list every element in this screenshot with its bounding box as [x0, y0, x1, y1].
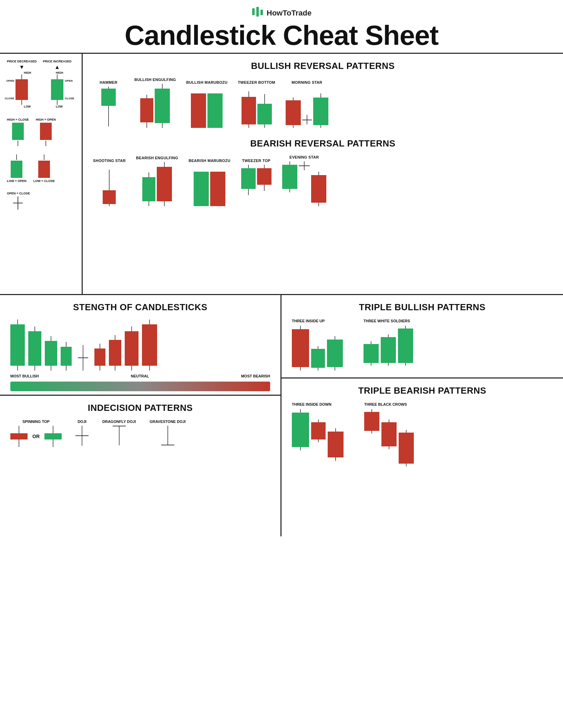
- logo-icon: [252, 6, 264, 20]
- morning-star-candles: [286, 87, 328, 128]
- spinning-top-group: SPINNING TOP OR: [10, 419, 62, 447]
- bearish-marubozu-label: BEARISH MARUBOZU: [188, 159, 231, 163]
- strength-c1: [10, 320, 25, 371]
- three-white-soldiers-group: THREE WHITE SOLDIERS: [364, 319, 413, 366]
- gravestone-label: GRAVESTONE DOJI: [150, 419, 186, 424]
- strength-doji: [78, 345, 88, 371]
- tweezer-bottom-label: TWEEZER BOTTOM: [238, 80, 275, 84]
- bullish-title: BULLISH REVERSAL PATTERNS: [93, 61, 553, 71]
- close-label-red: CLOSE: [5, 97, 14, 100]
- main-title: Candlestick Cheat Sheet: [0, 21, 563, 50]
- strength-section: STENGTH OF CANDLESTICKS: [0, 295, 280, 396]
- price-decreased-label: PRICE DECREASED: [7, 60, 37, 63]
- spinning-top-candles: OR: [10, 426, 62, 447]
- strength-title: STENGTH OF CANDLESTICKS: [10, 302, 270, 313]
- legend-low-row: LOW = OPEN LOW = CLOSE: [7, 154, 75, 183]
- triple-bullish-patterns: THREE INSIDE UP: [292, 319, 553, 371]
- indecision-patterns: SPINNING TOP OR: [10, 419, 270, 447]
- doji-legend: [13, 196, 23, 210]
- morning-star-label: MORNING STAR: [291, 80, 322, 84]
- bullish-engulfing-candles: [140, 84, 170, 128]
- triple-bearish-patterns: THREE INSIDE DOWN: [292, 402, 553, 466]
- bearish-pattern-grid: SHOOTING STAR BEARISH ENGULFING: [93, 155, 553, 206]
- pattern-bearish-marubozu: BEARISH MARUBOZU: [188, 159, 231, 206]
- three-black-crows-label: THREE BLACK CROWS: [364, 402, 407, 406]
- svg-rect-1: [256, 7, 259, 17]
- gravestone-candle: [161, 426, 174, 445]
- gravestone-group: GRAVESTONE DOJI: [150, 419, 186, 445]
- legend-price-decreased: PRICE DECREASED ▼ HIGH OPEN CLOSE LOW: [7, 60, 37, 108]
- legend-low-close: LOW = CLOSE: [33, 154, 55, 183]
- tweezer-top-candles: [241, 165, 272, 206]
- triple-bearish-title: TRIPLE BEARISH PATTERNS: [292, 385, 553, 396]
- three-inside-up-candles: [292, 326, 343, 371]
- low-close-body: [38, 161, 50, 178]
- logo: HowToTrade: [0, 6, 563, 20]
- arrow-down-icon: ▼: [19, 64, 24, 70]
- spinning-top-label: SPINNING TOP: [22, 419, 50, 424]
- three-inside-down-label: THREE INSIDE DOWN: [292, 402, 331, 406]
- close-label-green: CLOSE: [65, 97, 74, 100]
- strength-c5: [94, 344, 105, 371]
- green-body: [51, 79, 63, 100]
- three-inside-up-group: THREE INSIDE UP: [292, 319, 343, 371]
- pattern-hammer: HAMMER: [93, 80, 124, 128]
- strength-c2: [28, 326, 41, 371]
- bullish-marubozu-candles: [191, 87, 223, 128]
- open-close-label: OPEN = CLOSE: [7, 192, 30, 195]
- strength-c8: [142, 320, 157, 371]
- bullish-engulfing-label: BULLISH ENGULFING: [134, 78, 176, 82]
- bearish-engulfing-label: BEARISH ENGULFING: [136, 156, 178, 160]
- low-open-body: [11, 161, 22, 178]
- logo-text: HowToTrade: [267, 9, 311, 18]
- green-candle-legend: HIGH CLOSE OPEN LOW: [48, 71, 67, 108]
- tweezer-bottom-candles: [242, 87, 272, 128]
- legend-open-close: OPEN = CLOSE: [7, 192, 75, 210]
- or-label: OR: [32, 434, 40, 439]
- legend-high-row: HIGH = CLOSE HIGH = OPEN: [7, 118, 75, 146]
- doji-candle: [75, 426, 89, 446]
- arrow-up-icon: ▲: [54, 64, 60, 70]
- dragonfly-label: DRAGONFLY DOJI: [102, 419, 136, 424]
- high-open-label: HIGH = OPEN: [36, 118, 56, 121]
- doji-group: DOJI: [75, 419, 89, 446]
- left-bottom: STENGTH OF CANDLESTICKS: [0, 295, 282, 536]
- low-close-label: LOW = CLOSE: [33, 179, 55, 183]
- low-label-green: LOW: [56, 105, 63, 108]
- pattern-tweezer-top: TWEEZER TOP: [241, 159, 272, 206]
- open-label: OPEN: [7, 79, 14, 82]
- most-bearish-label: MOST BEARISH: [241, 374, 270, 378]
- open-label-green: OPEN: [65, 79, 73, 82]
- indecision-section: INDECISION PATTERNS SPINNING TOP OR: [0, 396, 280, 454]
- pattern-morning-star: MORNING STAR: [286, 80, 328, 128]
- evening-star-candles: [282, 161, 326, 206]
- indecision-title: INDECISION PATTERNS: [10, 403, 270, 413]
- triple-bullish-title: TRIPLE BULLISH PATTERNS: [292, 302, 553, 313]
- low-open-label: LOW = OPEN: [7, 179, 27, 183]
- most-bullish-label: MOST BULLISH: [10, 374, 39, 378]
- wick-bottom-red: [21, 100, 22, 105]
- low-label-red: LOW: [24, 105, 31, 108]
- strength-candles: [10, 319, 270, 371]
- bottom-section: STENGTH OF CANDLESTICKS: [0, 295, 563, 536]
- red-body: [16, 79, 28, 100]
- high-close-label: HIGH = CLOSE: [7, 118, 29, 121]
- strength-c7: [125, 326, 139, 371]
- high-label-red: HIGH: [24, 71, 31, 74]
- high-close-body: [12, 123, 24, 140]
- pattern-bullish-marubozu: BULLISH MARUBOZU: [186, 80, 228, 128]
- red-candle-legend: HIGH OPEN CLOSE LOW: [13, 71, 30, 108]
- legend-low-open: LOW = OPEN: [7, 154, 27, 183]
- wick-top-red: [21, 74, 22, 79]
- bullish-marubozu-label: BULLISH MARUBOZU: [186, 80, 228, 84]
- three-white-soldiers-candles: [364, 326, 413, 366]
- hammer-candles: [101, 87, 116, 128]
- strength-bar: [10, 382, 270, 391]
- page: HowToTrade Candlestick Cheat Sheet PRICE…: [0, 0, 563, 536]
- wick-top-green: [57, 74, 58, 79]
- pattern-tweezer-bottom: TWEEZER BOTTOM: [238, 80, 275, 128]
- svg-rect-0: [252, 8, 255, 15]
- high-open-body: [40, 123, 52, 140]
- three-inside-down-group: THREE INSIDE DOWN: [292, 402, 344, 461]
- header: HowToTrade Candlestick Cheat Sheet: [0, 0, 563, 54]
